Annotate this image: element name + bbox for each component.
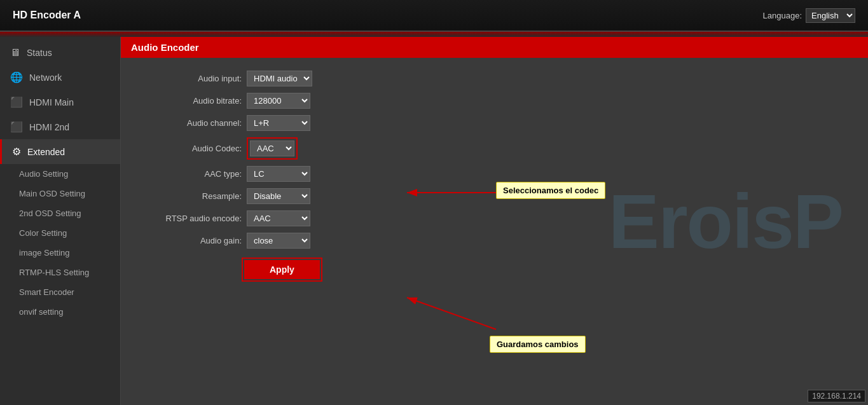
rtsp-audio-select[interactable]: AAC MP3 G711 [247,210,310,226]
resample-row: Resample: Disable Enable [140,188,849,204]
sidebar-sub-onvif[interactable]: onvif setting [0,302,120,322]
audio-bitrate-label: Audio bitrate: [140,96,242,106]
audio-gain-label: Audio gain: [140,236,242,245]
rtsp-audio-label: RTSP audio encode: [140,214,242,223]
sidebar-label-hdmi-main: HDMI Main [29,97,74,107]
sidebar-sub-image-setting[interactable]: image Setting [0,243,120,263]
sidebar-item-network[interactable]: 🌐 Network [0,65,120,90]
audio-gain-select[interactable]: close low medium high [247,233,310,249]
hdmi-2nd-icon: ⬛ [10,121,23,133]
tab-audio-encoder: Audio Encoder [121,37,868,58]
audio-channel-label: Audio channel: [140,118,242,128]
red-bar [0,32,868,37]
sidebar-label-status: Status [27,48,52,58]
audio-channel-row: Audio channel: L+R Left Right [140,115,849,131]
sidebar-item-hdmi-main[interactable]: ⬛ HDMI Main [0,90,120,114]
audio-codec-label: Audio Codec: [140,144,242,153]
app-header: HD Encoder A Language: English Chinese [0,0,868,32]
audio-input-row: Audio input: HDMI audio Analog None [140,71,849,86]
sidebar-item-hdmi-2nd[interactable]: ⬛ HDMI 2nd [0,114,120,139]
main-layout: 🖥 Status 🌐 Network ⬛ HDMI Main ⬛ HDMI 2n… [0,37,868,405]
sidebar-sub-color-setting[interactable]: Color Setting [0,223,120,243]
ip-badge: 192.168.1.214 [808,390,865,402]
audio-bitrate-select[interactable]: 128000 64000 32000 [247,93,310,109]
app-title: HD Encoder A [13,10,81,21]
rtsp-audio-row: RTSP audio encode: AAC MP3 G711 [140,210,849,226]
tab-label: Audio Encoder [131,42,199,53]
audio-channel-select[interactable]: L+R Left Right [247,115,310,131]
sidebar-item-status[interactable]: 🖥 Status [0,41,120,65]
sidebar-sub-audio-setting[interactable]: Audio Setting [0,164,120,184]
sidebar-label-extended: Extended [27,147,65,157]
svg-line-3 [407,298,496,329]
aac-type-select[interactable]: LC HE HEv2 [247,166,310,182]
aac-type-row: AAC type: LC HE HEv2 [140,166,849,182]
audio-gain-row: Audio gain: close low medium high [140,233,849,249]
audio-bitrate-row: Audio bitrate: 128000 64000 32000 [140,93,849,109]
gear-icon: ⚙ [12,146,21,158]
sidebar-sub-2nd-osd[interactable]: 2nd OSD Setting [0,203,120,223]
audio-codec-highlighted: AAC MP3 G711 [247,137,298,160]
form-area: Audio input: HDMI audio Analog None Audi… [121,58,868,294]
monitor-icon: 🖥 [10,47,20,58]
sidebar-item-extended[interactable]: ⚙ Extended [0,139,120,164]
annotation-codec: Seleccionamos el codec [496,182,605,199]
globe-icon: 🌐 [10,71,23,83]
audio-codec-row: Audio Codec: AAC MP3 G711 [140,137,849,160]
resample-select[interactable]: Disable Enable [247,188,310,204]
annotation-apply: Guardamos cambios [490,336,586,353]
hdmi-main-icon: ⬛ [10,96,23,108]
sidebar-label-network: Network [29,72,62,83]
language-select[interactable]: English Chinese [806,8,855,23]
sidebar-sub-main-osd[interactable]: Main OSD Setting [0,184,120,203]
audio-codec-select[interactable]: AAC MP3 G711 [250,141,294,156]
aac-type-label: AAC type: [140,169,242,179]
resample-label: Resample: [140,191,242,201]
audio-input-select[interactable]: HDMI audio Analog None [247,71,312,86]
sidebar-sub-smart-encoder[interactable]: Smart Encoder [0,282,120,302]
sidebar: 🖥 Status 🌐 Network ⬛ HDMI Main ⬛ HDMI 2n… [0,37,121,405]
apply-button-wrapper: Apply [242,257,322,282]
audio-input-label: Audio input: [140,74,242,83]
sidebar-sub-rtmp-hls[interactable]: RTMP-HLS Setting [0,263,120,282]
content-area: EroisP Audio Encoder Audio input: HDMI a… [121,37,868,405]
language-area: Language: English Chinese [763,8,855,23]
sidebar-label-hdmi-2nd: HDMI 2nd [29,122,69,132]
apply-button[interactable]: Apply [244,260,320,279]
language-label: Language: [763,11,802,20]
